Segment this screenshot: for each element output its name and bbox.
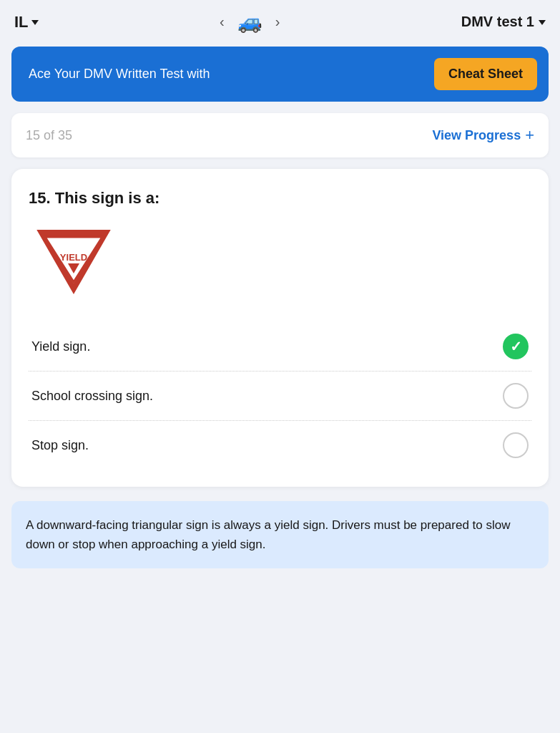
test-selector[interactable]: DMV test 1 (461, 14, 546, 30)
answer-text-3: Stop sign. (31, 438, 89, 453)
state-selector-container[interactable]: IL (14, 13, 39, 31)
answer-text-2: School crossing sign. (31, 389, 153, 404)
test-chevron-down-icon (539, 20, 546, 25)
progress-container: 15 of 35 View Progress + (11, 113, 549, 157)
answer-options: Yield sign. ✓ School crossing sign. Stop… (29, 322, 531, 470)
test-label: DMV test 1 (461, 14, 534, 30)
explanation-text: A downward-facing triangular sign is alw… (26, 515, 534, 554)
radio-circle-3 (503, 432, 529, 458)
radio-circle-2 (503, 383, 529, 409)
car-icon: 🚙 (237, 10, 262, 34)
explanation-box: A downward-facing triangular sign is alw… (11, 501, 549, 568)
progress-text: 15 of 35 (26, 128, 72, 143)
state-label: IL (14, 13, 29, 31)
question-card: 15. This sign is a: YIELD Yield sign. ✓ … (11, 169, 549, 487)
sign-image-container: YIELD (29, 225, 531, 299)
svg-text:YIELD: YIELD (60, 252, 87, 263)
answer-option-1[interactable]: Yield sign. ✓ (29, 322, 531, 372)
cheat-sheet-button[interactable]: Cheat Sheet (434, 58, 537, 90)
prev-arrow-icon[interactable]: ‹ (220, 14, 225, 30)
promo-banner: Ace Your DMV Written Test with Cheat She… (11, 47, 549, 102)
state-selector[interactable]: IL (14, 13, 39, 31)
test-navigation: ‹ 🚙 › (220, 10, 280, 34)
question-title: 15. This sign is a: (29, 189, 531, 208)
yield-sign-image: YIELD (34, 225, 113, 296)
checkmark-icon: ✓ (510, 339, 522, 354)
next-arrow-icon[interactable]: › (275, 14, 280, 30)
answer-text-1: Yield sign. (31, 339, 90, 354)
correct-indicator-1: ✓ (503, 334, 529, 359)
plus-icon: + (525, 126, 534, 145)
answer-option-3[interactable]: Stop sign. (29, 421, 531, 470)
header: IL ‹ 🚙 › DMV test 1 (0, 0, 560, 44)
view-progress-label: View Progress (432, 128, 521, 143)
chevron-down-icon (31, 20, 39, 25)
view-progress-button[interactable]: View Progress + (432, 126, 534, 145)
banner-text: Ace Your DMV Written Test with (29, 67, 210, 82)
answer-option-2[interactable]: School crossing sign. (29, 372, 531, 421)
